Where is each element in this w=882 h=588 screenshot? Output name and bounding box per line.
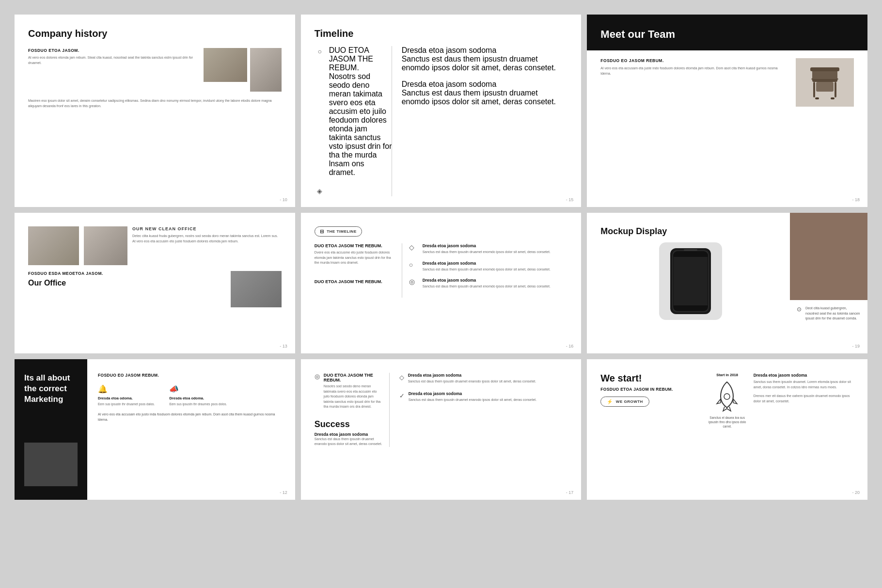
- slide-timeline: Timeline ○ DUO ETOA JASOM THE REBUM. Nos…: [301, 15, 582, 207]
- slide7-bell-icon: 🔔: [98, 384, 108, 394]
- slide8-right-item2: ✓ Dresda etoa jasom sodoma Sanctus est d…: [399, 391, 568, 403]
- slide4-office-body: Detec clita kuasd fruda gubergren, nostr…: [132, 234, 282, 244]
- slide2-right2-body: Sanctus est daus them ipsustn druamet en…: [402, 89, 568, 106]
- slide4-title: Our Office: [28, 279, 103, 287]
- slide7-number: - 12: [280, 490, 287, 495]
- slide9-rocket-label: Start in 2018: [716, 373, 738, 377]
- slide5-item2-heading: DUO ETOA JASOM THE REBUM.: [315, 279, 392, 284]
- slide8-target-icon: ◎: [315, 373, 320, 380]
- slide8-right2-title: Dresda etoa jasom sodoma: [315, 432, 382, 437]
- slide5-tag-label: THE TIMELINE: [327, 229, 357, 234]
- slide8-right2-body: Sanctus est daus them ipsustn druamet en…: [315, 437, 382, 447]
- slide-company-history: Company history FOSDUO ETOA JASOM. At ve…: [15, 15, 295, 207]
- slide1-body1: At vero eos dolores etonda jam rebum. St…: [28, 55, 199, 65]
- slide6-left: Mockup Display: [587, 213, 790, 353]
- slide7-icon-col1: 🔔 Dresda etoa odoma. Eem sus ipsustn thr…: [98, 384, 155, 406]
- slide-mockup: Mockup Display ⊙ Deot clita kuasd guberg…: [587, 213, 867, 353]
- slide5-right2-title: Dresda etoa jasom sodoma: [423, 261, 551, 266]
- slide7-icon1-label: Dresda etoa odoma.: [98, 396, 133, 400]
- slide3-body: Al vero eos eta accusam eta juste indo f…: [600, 66, 789, 76]
- slide9-start-label: FOSDUO ETOA JASOM IN REBUM.: [600, 387, 701, 392]
- slide3-label: FOSDUO EO JASOM REBUM.: [600, 58, 789, 63]
- svg-rect-4: [815, 97, 819, 99]
- slide2-right1-title: Dresda etoa jasom sodoma: [402, 46, 568, 55]
- slide9-top-row: We start! FOSDUO ETOA JASOM IN REBUM. ⚡ …: [600, 373, 854, 429]
- slide6-number: - 19: [852, 344, 860, 349]
- slide5-tag: ⊟ THE TIMELINE: [315, 226, 362, 237]
- slide9-right-content: Dresda etoa jasom sodoma Sanctus sus the…: [754, 373, 854, 429]
- slide1-number: - 10: [280, 197, 287, 202]
- slide-marketing: Its all about the correct Marketing FOSD…: [15, 359, 295, 500]
- svg-rect-2: [813, 82, 815, 97]
- slide7-arch-image: [24, 443, 78, 486]
- slide2-right2-title: Dresda etoa jasom sodoma: [402, 80, 568, 89]
- slide5-right3-title: Dresda etoa jasom sodoma: [423, 278, 551, 283]
- chair-svg: [805, 61, 844, 104]
- slide9-r-title: Dresda etoa jasom sodoma: [754, 373, 854, 378]
- slide6-phone-image: [659, 242, 722, 320]
- slide9-left-content: We start! FOSDUO ETOA JASOM IN REBUM. ⚡ …: [600, 373, 701, 429]
- slide7-title: Its all about the correct Marketing: [24, 373, 78, 405]
- slide5-right1-body: Sanctus est daus them ipsustn druamet en…: [423, 250, 551, 255]
- rocket-svg: [714, 380, 740, 413]
- slide8-right1-title: Dresda etoa jasom sodoma: [408, 373, 536, 378]
- slide7-white-section: FOSDUO EO JASOM REBUM. 🔔 Dresda etoa odo…: [87, 359, 295, 500]
- slide-success: ◎ DUO ETOA JASOM THE REBUM. Nosotrs sod …: [301, 359, 582, 500]
- slide8-check-icon: ✓: [399, 392, 405, 403]
- slide6-check-text: Deot clita kuasd gubergren, nosotred sea…: [805, 306, 861, 321]
- slide-grid: Company history FOSDUO ETOA JASOM. At ve…: [15, 15, 867, 500]
- slide8-success-title: Success: [315, 419, 382, 429]
- slide5-right-item1: ◇ Dresda etoa jasom sodoma Sanctus est d…: [409, 243, 568, 255]
- slide-our-office: OUR NEW CLEAN OFFICE Detec clita kuasd f…: [15, 213, 295, 353]
- slide8-item1-body: Nosotrs sod seodo deno meran takimata sv…: [324, 384, 382, 410]
- slide5-right-item2: ○ Dresda etoa jasom sodoma Sanctus est d…: [409, 261, 568, 272]
- slide6-title: Mockup Display: [600, 226, 780, 237]
- slide1-person-image: [250, 48, 282, 92]
- slide3-number: - 18: [852, 197, 860, 202]
- slide5-right3-body: Sanctus est daus them ipsustn druamet en…: [423, 284, 551, 289]
- slide7-icons-row: 🔔 Dresda etoa odoma. Eem sus ipsustn thr…: [98, 384, 284, 406]
- svg-rect-5: [831, 97, 835, 99]
- slide8-pin-icon: ◇: [399, 374, 404, 384]
- slide5-check-icon: ◎: [409, 278, 419, 289]
- slide3-white-section: FOSDUO EO JASOM REBUM. Al vero eos eta a…: [587, 50, 867, 207]
- slide8-item1-heading: DUO ETOA JASOM THE REBUM.: [324, 373, 382, 382]
- svg-rect-3: [835, 82, 836, 97]
- slide4-office-image1: [28, 226, 79, 265]
- slide3-title: Meet our Team: [600, 28, 854, 41]
- slide7-bottom-text: Al vero eos eta accusam eto justo inda f…: [98, 412, 284, 422]
- slide4-office-image2: [231, 271, 282, 307]
- slide7-top-label: FOSDUO EO JASOM REBUM.: [98, 373, 284, 378]
- slide2-layers-icon: ◈: [315, 186, 325, 196]
- slide4-office-label: FOSDUO ESDA MEOETOA JASOM.: [28, 271, 103, 276]
- slide3-chair-image: [796, 58, 854, 107]
- slide8-right2-title-col: Dresda etoa jasom sodoma: [409, 391, 537, 396]
- slide9-growth-label: WE GROWTH: [616, 399, 643, 404]
- slide9-r-body2: Drenos mer eit dasus the oahem ipsustn d…: [754, 394, 854, 404]
- slide8-right1-body: Sanctus est daus them ipsustn druamet en…: [408, 379, 536, 384]
- slide9-rocket-area: Start in 2018 Sanctus el dauea loa sus i…: [708, 373, 747, 429]
- slide3-black-section: Meet our Team: [587, 15, 867, 50]
- slide1-label: FOSDUO ETOA JASOM.: [28, 48, 199, 53]
- slide9-growth-icon: ⚡: [607, 399, 613, 404]
- slide2-item1-body: Nosotrs sod seodo deno meran takimata sv…: [329, 72, 392, 177]
- slide5-tag-icon: ⊟: [320, 229, 324, 234]
- slide-timeline2: ⊟ THE TIMELINE DUO ETOA JASOM THE REBUM.…: [301, 213, 582, 353]
- phone-svg: [666, 247, 715, 315]
- slide9-r-body1: Sanctus sus them ipsustn druamet. Lorem …: [754, 380, 854, 390]
- slide8-right-item1: ◇ Dresda etoa jasom sodoma Sanctus est d…: [399, 373, 568, 384]
- svg-rect-13: [674, 257, 708, 305]
- slide4-person-image: [84, 226, 127, 265]
- slide2-title: Timeline: [315, 28, 568, 39]
- slide9-title: We start!: [600, 373, 701, 384]
- slide1-body2: Maoiren eso ipsum dolor sit amet, deraim…: [28, 98, 282, 109]
- svg-rect-8: [810, 67, 839, 71]
- slide4-number: - 13: [280, 344, 287, 349]
- svg-rect-6: [816, 82, 834, 92]
- slide9-growth-button[interactable]: ⚡ WE GROWTH: [600, 397, 649, 407]
- slide8-number: - 17: [566, 490, 574, 495]
- slide2-item1-heading: DUO ETOA JASOM THE REBUM.: [329, 46, 392, 72]
- slide5-item1-body: Dvere eos eta accusme eto juste fosduom …: [315, 250, 392, 266]
- slide5-right1-title: Dresda etoa jasom sodoma: [423, 243, 551, 248]
- slide2-clock-icon: ○: [315, 46, 325, 57]
